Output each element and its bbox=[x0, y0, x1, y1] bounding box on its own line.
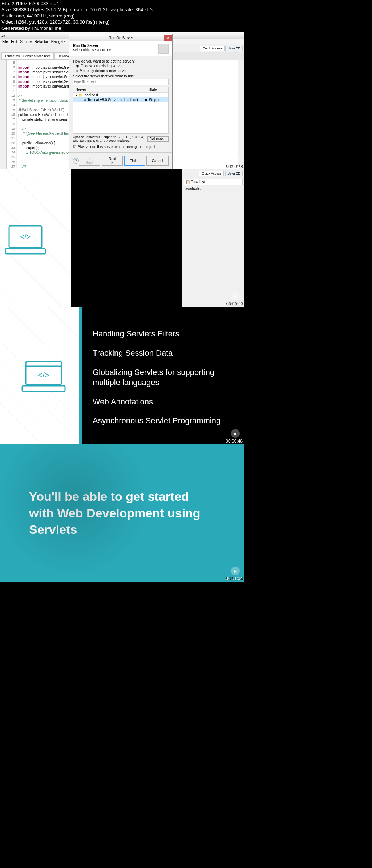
audio-line: Audio: aac, 44100 Hz, stereo (eng) bbox=[1, 13, 371, 19]
col-server[interactable]: Server bbox=[73, 87, 146, 92]
available-text: available. bbox=[184, 186, 243, 191]
dialog-titlebar[interactable]: Run On Server − □ × bbox=[69, 34, 172, 41]
quick-access-2[interactable]: Quick Access bbox=[199, 171, 224, 176]
columns-button[interactable]: Columns... bbox=[147, 136, 169, 142]
gen-line: Generated by Thumbnail me bbox=[1, 25, 371, 32]
laptop-icon: </> bbox=[20, 360, 67, 394]
timestamp: 00:00:38 bbox=[226, 301, 243, 306]
close-button[interactable]: × bbox=[164, 35, 172, 41]
timestamp: 00:00:48 bbox=[226, 439, 243, 444]
dialog-title: Run On Server bbox=[109, 36, 133, 40]
minimize-button[interactable]: − bbox=[148, 35, 156, 41]
dialog-header: Run On Server Select which server to use bbox=[69, 41, 172, 56]
svg-text:</>: </> bbox=[20, 233, 31, 241]
bullet-2: Tracking Session Data bbox=[93, 348, 233, 359]
video-metadata: File: 20160706205033.mp4 Size: 3683807 b… bbox=[0, 0, 372, 32]
eclipse-right-panel: Quick Access Java EE 📋 Task List availab… bbox=[182, 169, 244, 307]
maximize-button[interactable]: □ bbox=[156, 35, 164, 41]
menu-file[interactable]: File bbox=[2, 40, 8, 44]
back-button: < Back bbox=[79, 156, 100, 166]
bullet-4: Web Annotations bbox=[93, 397, 233, 407]
help-icon[interactable]: ? bbox=[73, 158, 79, 164]
slide-left-panel: </> bbox=[0, 169, 71, 307]
dialog-heading: Run On Server bbox=[73, 44, 98, 48]
menu-navigate[interactable]: Navigate bbox=[51, 40, 65, 44]
thumbnail-1: Ja File Edit Source Refactor Navigate Se… bbox=[0, 32, 244, 169]
bullet-5: Asynchronous Servlet Programming bbox=[93, 416, 233, 426]
perspective-javaee[interactable]: Java EE bbox=[225, 46, 243, 51]
tomcat-info: Apache Tomcat v8.0 supports J2EE 1.2, 1.… bbox=[73, 135, 147, 143]
thumbnail-2: </> Quick Access Java EE 📋 Task List ava… bbox=[0, 169, 244, 307]
col-state[interactable]: State bbox=[146, 87, 168, 92]
server-tree[interactable]: Server State ▾ 📁 localhost 🖥 Tomcat v8.0… bbox=[73, 87, 169, 134]
run-on-server-dialog: Run On Server − □ × Run On Server Select… bbox=[69, 34, 173, 169]
menu-edit[interactable]: Edit bbox=[11, 40, 17, 44]
svg-rect-1 bbox=[5, 249, 45, 254]
laptop-icon: </> bbox=[4, 224, 47, 257]
bg-overlay bbox=[0, 444, 244, 582]
tree-node-tomcat[interactable]: 🖥 Tomcat v8.0 Server at localhost ⏹ Stop… bbox=[73, 97, 168, 102]
thumbnail-3: </> Handling Servlets Filters Tracking S… bbox=[0, 307, 244, 444]
video-line: Video: h264, yuv420p, 1280x720, 30.00 fp… bbox=[1, 19, 371, 25]
slide-left: </> bbox=[0, 307, 82, 444]
quick-access[interactable]: Quick Access bbox=[200, 46, 225, 51]
menu-source[interactable]: Source bbox=[20, 40, 32, 44]
right-trim bbox=[238, 60, 244, 169]
next-button[interactable]: Next > bbox=[102, 156, 123, 166]
bullet-3: Globalizing Servlets for supporting mult… bbox=[93, 367, 233, 388]
left-trim bbox=[0, 60, 7, 169]
cancel-button[interactable]: Cancel bbox=[146, 156, 169, 166]
perspective-2[interactable]: Java EE bbox=[225, 171, 243, 176]
timestamp: 00:00:18 bbox=[226, 164, 243, 169]
always-use-checkbox[interactable]: ☑Always use this server when running thi… bbox=[73, 144, 169, 149]
server-icon bbox=[158, 44, 169, 54]
select-question: How do you want to select the server? bbox=[73, 59, 169, 63]
timestamp: 00:01:04 bbox=[226, 576, 243, 581]
task-list-view[interactable]: 📋 Task List bbox=[184, 179, 243, 185]
svg-rect-5 bbox=[22, 386, 65, 391]
radio-existing[interactable]: ◉Choose an existing server bbox=[76, 64, 169, 68]
filter-input[interactable] bbox=[73, 79, 169, 85]
select-server-label: Select the server that you want to use: bbox=[73, 74, 169, 78]
file-line: File: 20160706205033.mp4 bbox=[1, 1, 371, 7]
bullet-1: Handling Servlets Filters bbox=[93, 329, 233, 339]
finish-button[interactable]: Finish bbox=[124, 156, 145, 166]
tab-server[interactable]: Tomcat v8.0 Server at localhost bbox=[1, 52, 54, 60]
size-line: Size: 3683807 bytes (3.51 MiB), duration… bbox=[1, 7, 371, 13]
menu-refactor[interactable]: Refactor bbox=[35, 40, 48, 44]
thumbnail-4: You'll be able to get started with Web D… bbox=[0, 444, 244, 582]
line-gutter: 5678910111213141516171819202122232425262… bbox=[7, 60, 17, 169]
radio-manual[interactable]: ○Manually define a new server bbox=[76, 69, 169, 73]
tree-node-localhost[interactable]: ▾ 📁 localhost bbox=[73, 93, 168, 97]
dialog-sub: Select which server to use bbox=[73, 48, 111, 52]
svg-text:</>: </> bbox=[38, 371, 49, 380]
slide-content: Handling Servlets Filters Tracking Sessi… bbox=[82, 307, 244, 444]
